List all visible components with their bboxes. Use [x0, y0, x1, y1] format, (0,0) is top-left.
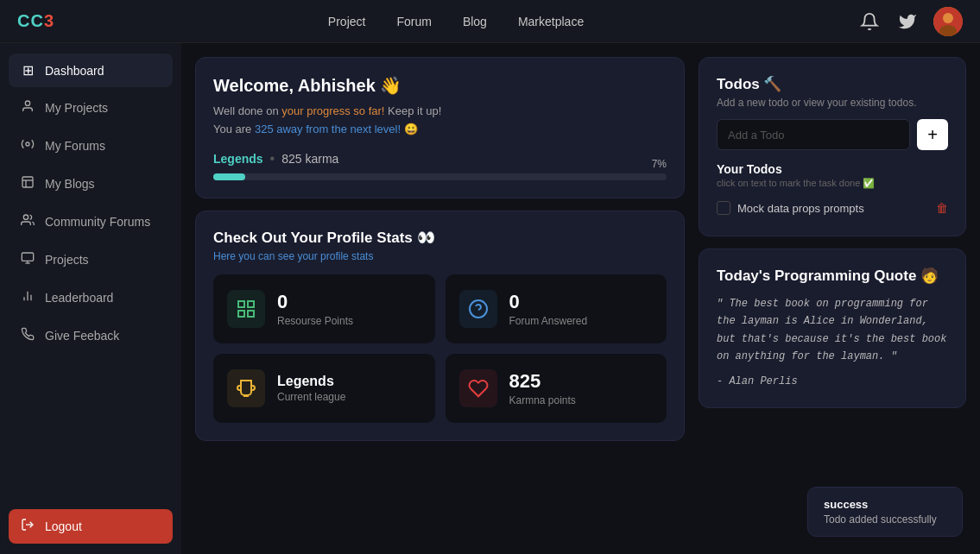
svg-point-1: [943, 13, 953, 23]
stat-resource-points: 0 Resourse Points: [213, 274, 435, 343]
profile-stats-subtitle: Here you can see your profile stats: [213, 250, 667, 262]
todos-subtitle: Add a new todo or view your existing tod…: [717, 97, 948, 109]
logo-text: CC: [17, 11, 44, 30]
logout-button[interactable]: Logout: [9, 509, 173, 544]
stat-forum-answered: 0 Forum Answered: [446, 274, 667, 343]
quote-card: Today's Programming Quote 🧑 " The best b…: [699, 249, 966, 408]
feedback-icon: [19, 327, 36, 344]
karma-info: 825 Karmna points: [509, 370, 576, 406]
welcome-line1: Well done on your progress so far! Keep …: [213, 104, 441, 117]
sidebar-item-feedback[interactable]: Give Feeback: [9, 318, 173, 353]
stats-grid: 0 Resourse Points: [213, 274, 667, 423]
progress-bar-fill: [213, 173, 245, 180]
forum-answered-label: Forum Answered: [509, 315, 588, 327]
todos-title: Todos 🔨: [717, 75, 948, 93]
svg-rect-17: [248, 301, 254, 307]
league-info: Legends Current league: [277, 374, 345, 403]
nav-marketplace[interactable]: Marketplace: [518, 15, 584, 28]
todo-input-row: +: [717, 119, 948, 150]
toast-message: Todo added successfully: [824, 513, 946, 526]
center-column: Welcome, Abhishek 👋 Well done on your pr…: [195, 57, 685, 540]
sidebar-item-dashboard[interactable]: ⊞ Dashboard: [9, 54, 173, 87]
dashboard-icon: ⊞: [19, 62, 36, 79]
todo-input[interactable]: [717, 119, 910, 150]
my-blogs-icon: [19, 175, 36, 192]
progress-bar-container: 7%: [213, 173, 667, 180]
sidebar-label-dashboard: Dashboard: [45, 64, 104, 78]
welcome-card: Welcome, Abhishek 👋 Well done on your pr…: [195, 57, 685, 198]
sidebar-item-my-forums[interactable]: My Forums: [9, 129, 173, 163]
todos-card: Todos 🔨 Add a new todo or view your exis…: [699, 57, 966, 236]
user-avatar[interactable]: [933, 7, 963, 36]
forum-answered-info: 0 Forum Answered: [509, 291, 588, 327]
svg-rect-5: [22, 177, 33, 187]
todo-item-left: Mock data props prompts: [717, 201, 864, 215]
layout: ⊞ Dashboard My Projects My Forums My Blo…: [0, 43, 980, 554]
welcome-title: Welcome, Abhishek 👋: [213, 75, 667, 96]
quote-author: - Alan Perlis: [717, 373, 948, 390]
sidebar-item-projects[interactable]: Projects: [9, 242, 173, 277]
logout-label: Logout: [45, 519, 82, 533]
progress-label: 7%: [652, 158, 667, 170]
resource-points-label: Resourse Points: [277, 315, 353, 327]
karma-row: Legends • 825 karma: [213, 151, 667, 167]
forum-answered-icon: [459, 290, 497, 328]
your-todos-subtitle: click on text to mark the task done ✅: [717, 178, 948, 189]
nav-blog[interactable]: Blog: [463, 15, 487, 28]
svg-rect-16: [238, 301, 244, 307]
sidebar-item-community-forums[interactable]: Community Forums: [9, 205, 173, 239]
sidebar-label-my-blogs: My Blogs: [45, 177, 95, 191]
navbar-right: [857, 7, 963, 36]
nav-links: Project Forum Blog Marketplace: [328, 15, 584, 28]
logo[interactable]: CC3: [17, 11, 54, 31]
main-content: Welcome, Abhishek 👋 Well done on your pr…: [181, 43, 980, 554]
resource-points-info: 0 Resourse Points: [277, 291, 353, 327]
right-column: Todos 🔨 Add a new todo or view your exis…: [699, 57, 966, 540]
sidebar-label-projects: Projects: [45, 253, 89, 267]
karma-icon: [459, 369, 497, 407]
league-icon: [227, 369, 265, 407]
sidebar-item-my-projects[interactable]: My Projects: [9, 91, 173, 125]
sidebar-label-community-forums: Community Forums: [45, 215, 150, 229]
svg-rect-19: [248, 311, 254, 317]
sidebar: ⊞ Dashboard My Projects My Forums My Blo…: [0, 43, 181, 554]
karma-value: 825 karma: [281, 152, 338, 166]
svg-point-8: [23, 215, 28, 219]
nav-forum[interactable]: Forum: [396, 15, 431, 28]
stat-karma: 825 Karmna points: [446, 354, 667, 423]
quote-title: Today's Programming Quote 🧑: [717, 267, 948, 285]
notification-icon[interactable]: [857, 9, 882, 34]
sidebar-label-my-forums: My Forums: [45, 139, 105, 153]
my-projects-icon: [19, 99, 36, 116]
twitter-icon[interactable]: [895, 9, 920, 34]
svg-point-3: [25, 101, 29, 105]
sidebar-label-feedback: Give Feeback: [45, 329, 119, 343]
nav-project[interactable]: Project: [328, 15, 366, 28]
resource-points-number: 0: [277, 291, 353, 313]
projects-icon: [19, 251, 36, 268]
svg-rect-18: [238, 311, 244, 317]
sidebar-label-leaderboard: Leaderboard: [45, 291, 113, 305]
karma-badge: Legends: [213, 152, 263, 166]
league-number: Legends: [277, 374, 345, 389]
forum-answered-number: 0: [509, 291, 588, 313]
toast-title: success: [824, 498, 946, 511]
toast-notification: success Todo added successfully: [807, 487, 963, 537]
todo-add-button[interactable]: +: [917, 119, 948, 150]
todo-checkbox[interactable]: [717, 201, 730, 215]
todo-delete-button[interactable]: 🗑: [936, 201, 948, 215]
svg-rect-9: [22, 253, 33, 261]
karma-dot: •: [270, 151, 275, 167]
your-todos-title: Your Todos: [717, 162, 948, 176]
leaderboard-icon: [19, 289, 36, 306]
karma-number: 825: [509, 370, 576, 393]
logo-accent: 3: [44, 11, 54, 30]
karma-points-label: Karmna points: [509, 394, 576, 406]
quote-text: " The best book on programming for the l…: [717, 295, 948, 366]
todo-text[interactable]: Mock data props prompts: [737, 202, 864, 215]
sidebar-item-leaderboard[interactable]: Leaderboard: [9, 280, 173, 315]
stat-league: Legends Current league: [213, 354, 435, 423]
sidebar-item-my-blogs[interactable]: My Blogs: [9, 167, 173, 201]
sidebar-label-my-projects: My Projects: [45, 101, 108, 115]
welcome-line2: You are 325 away from the next level! 😀: [213, 123, 418, 135]
